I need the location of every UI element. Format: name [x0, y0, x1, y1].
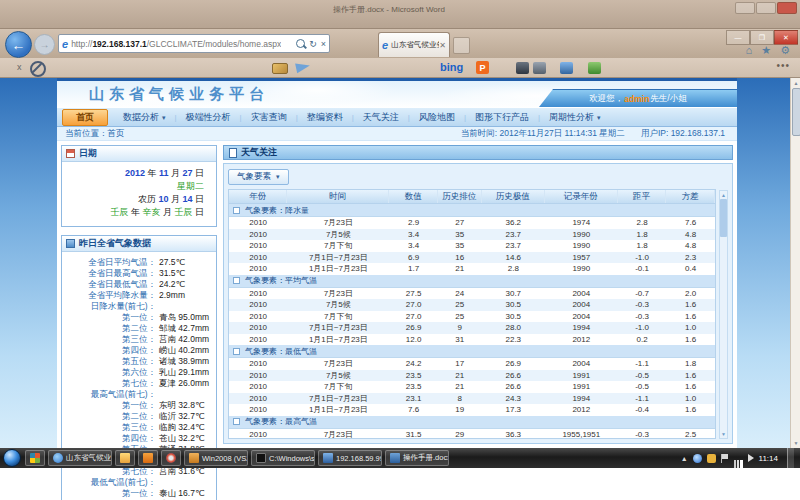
taskbar-button-0[interactable] [25, 450, 45, 466]
forward-button[interactable]: → [34, 34, 55, 55]
show-desktop-button[interactable] [787, 448, 794, 468]
taskbar-button-7[interactable]: 192.168.59.99... [318, 450, 382, 466]
table-row[interactable]: 20107月1日~7月23日23.1824.31994-1.11.0 [229, 393, 715, 405]
table-group-header[interactable]: 气象要素：平均气温 [229, 275, 715, 288]
collapse-checkbox[interactable] [233, 277, 240, 284]
table-row[interactable]: 20107月下旬23.52126.61991-0.51.6 [229, 381, 715, 393]
taskbar-button-5[interactable]: Win2008 (VS2... [184, 450, 248, 466]
action-center-flag-icon[interactable] [721, 454, 729, 463]
nav-item-2[interactable]: 极端性分析 [177, 111, 240, 124]
maximize-button[interactable]: ❐ [750, 30, 774, 45]
taskbar-button-4[interactable] [161, 450, 181, 466]
speaker-icon[interactable] [748, 454, 754, 462]
taskbar-button-1[interactable]: 山东省气候业... [48, 450, 112, 466]
taskbar-button-3[interactable] [138, 450, 158, 466]
nav-item-3[interactable]: 灾害查询 [242, 111, 296, 124]
scroll-up-icon[interactable]: ▲ [720, 192, 727, 198]
scroll-up-icon[interactable]: ▲ [792, 80, 800, 86]
taskbar-clock[interactable]: 11:14 [759, 454, 778, 463]
column-header-6[interactable]: 距平 [618, 190, 667, 203]
taskbar-button-8[interactable]: 操作手册.docx ... [385, 450, 449, 466]
p-badge-icon[interactable]: P [476, 61, 489, 74]
start-button[interactable] [3, 449, 21, 467]
table-group-header[interactable]: 气象要素：最低气温 [229, 345, 715, 358]
addon-icon-2[interactable] [533, 62, 546, 74]
minimize-icon[interactable] [735, 2, 755, 14]
close-icon[interactable] [777, 2, 797, 14]
maximize-icon[interactable] [756, 2, 776, 14]
collapse-checkbox[interactable] [233, 418, 240, 425]
search-icon[interactable] [296, 39, 305, 48]
column-header-7[interactable]: 方差 [666, 190, 715, 203]
column-header-3[interactable]: 历史排位 [438, 190, 482, 203]
table-row[interactable]: 20107月23日27.52430.72004-0.72.0 [229, 288, 715, 300]
nav-item-0[interactable]: 首页 [62, 109, 108, 126]
table-group-header[interactable]: 气象要素：最高气温 [229, 416, 715, 429]
blocked-circle-icon[interactable] [30, 61, 46, 77]
hidden-icons-caret[interactable]: ▲ [681, 455, 688, 462]
addon-icon-3[interactable] [560, 62, 573, 74]
table-row[interactable]: 20107月5候3.43523.719901.84.8 [229, 229, 715, 241]
close-button[interactable]: ✕ [774, 30, 798, 45]
scroll-thumb[interactable] [720, 199, 727, 237]
table-row[interactable]: 20107月1日~7月23日26.9928.01994-1.01.0 [229, 322, 715, 334]
table-row[interactable]: 20101月1日~7月23日7.61917.32012-0.41.6 [229, 404, 715, 416]
addon-close-button[interactable]: x [17, 62, 22, 72]
nav-item-8[interactable]: 周期性分析▾ [540, 111, 610, 124]
scroll-down-icon[interactable]: ▼ [720, 431, 727, 437]
nav-item-5[interactable]: 天气关注 [354, 111, 408, 124]
column-header-0[interactable]: 年份 [229, 190, 287, 203]
home-icon[interactable]: ⌂ [746, 44, 753, 57]
table-row[interactable]: 20101月1日~7月23日1.7212.81990-0.10.4 [229, 263, 715, 275]
table-row[interactable]: 20107月5候23.52126.61991-0.51.6 [229, 370, 715, 382]
url-text[interactable]: http://192.168.137.1/GLCCLIMATE/modules/… [71, 39, 281, 49]
tab-close-icon[interactable]: ✕ [439, 41, 446, 50]
more-icon[interactable]: ••• [776, 60, 790, 71]
stop-icon[interactable]: × [321, 39, 326, 49]
address-bar[interactable]: e http://192.168.137.1/GLCCLIMATE/module… [58, 34, 330, 53]
refresh-icon[interactable]: ↻ [309, 39, 317, 49]
collapse-checkbox[interactable] [233, 348, 240, 355]
scroll-down-icon[interactable]: ▼ [792, 440, 800, 446]
collapse-checkbox[interactable] [233, 207, 240, 214]
element-filter-button[interactable]: 气象要素 ▾ [228, 169, 289, 185]
column-header-2[interactable]: 数值 [389, 190, 438, 203]
bing-logo[interactable]: bing [440, 61, 463, 73]
window-controls[interactable]: — ❐ ✕ [726, 30, 798, 45]
card-icon[interactable] [272, 63, 288, 74]
column-header-1[interactable]: 时间 [287, 190, 389, 203]
tray-app-icon-2[interactable] [707, 454, 716, 463]
table-row[interactable]: 20101月1日~7月23日12.03122.320120.21.6 [229, 334, 715, 346]
nav-item-1[interactable]: 数据分析▾ [114, 111, 175, 124]
minimize-button[interactable]: — [726, 30, 750, 45]
table-row[interactable]: 20107月23日2.92736.219742.87.6 [229, 217, 715, 229]
table-row[interactable]: 20107月5候27.02530.52004-0.31.6 [229, 299, 715, 311]
table-scrollbar[interactable]: ▲ ▼ [719, 190, 728, 439]
window-scroll-thumb[interactable] [792, 88, 800, 136]
browser-tab[interactable]: e 山东省气候业务平... ✕ [378, 32, 450, 57]
tray-app-icon[interactable] [693, 454, 702, 463]
nav-item-4[interactable]: 整编资料 [298, 111, 352, 124]
table-row[interactable]: 20107月下旬3.43523.719901.84.8 [229, 240, 715, 252]
taskbar-button-2[interactable] [115, 450, 135, 466]
table-row[interactable]: 20107月下旬27.02530.52004-0.31.6 [229, 311, 715, 323]
addon-icon-4[interactable] [588, 62, 601, 74]
network-icon[interactable] [734, 460, 743, 468]
column-header-4[interactable]: 历史极值 [482, 190, 545, 203]
favorites-star-icon[interactable]: ★ [761, 44, 771, 57]
tools-gear-icon[interactable]: ⚙ [780, 44, 790, 57]
window-scrollbar[interactable]: ▲ ▼ [790, 78, 800, 448]
mail-plane-icon[interactable] [295, 61, 311, 74]
taskbar-button-6[interactable]: C:\Windows\s... [251, 450, 315, 466]
table-group-header[interactable]: 气象要素：降水量 [229, 204, 715, 217]
nav-item-6[interactable]: 风险地图 [410, 111, 464, 124]
new-tab-button[interactable] [453, 37, 470, 54]
table-row[interactable]: 20107月23日31.52936.31955,1951-0.32.5 [229, 429, 715, 440]
back-button[interactable]: ← [5, 31, 32, 58]
table-row[interactable]: 20107月1日~7月23日6.91614.61957-1.02.3 [229, 252, 715, 264]
nav-item-7[interactable]: 图形下行产品 [466, 111, 538, 124]
column-header-5[interactable]: 记录年份 [545, 190, 618, 203]
background-window-controls[interactable] [735, 2, 797, 14]
table-row[interactable]: 20107月23日24.21726.92004-1.11.8 [229, 358, 715, 370]
addon-icon-1[interactable] [516, 62, 529, 74]
